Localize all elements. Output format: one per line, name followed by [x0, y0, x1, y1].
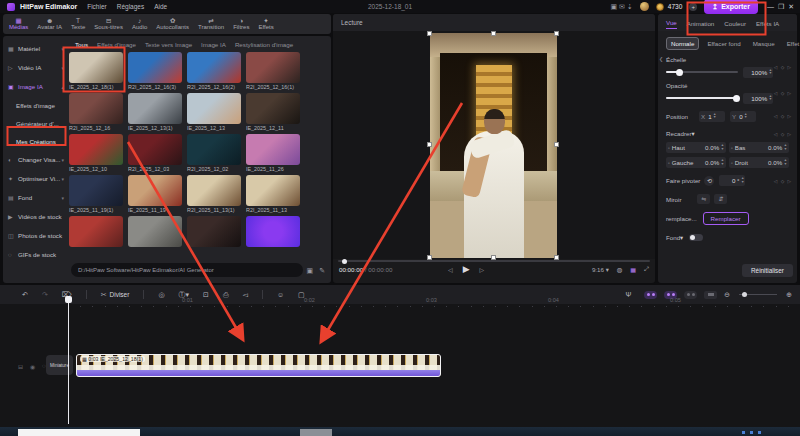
sidebar-item-vid-os-de-stock[interactable]: ▶Vidéos de stock [3, 207, 67, 226]
handle-mid-left[interactable] [427, 142, 432, 147]
media-thumb[interactable]: IE_2025_12_11 [246, 93, 300, 131]
ribbon-tab-transition[interactable]: ⇄Transition [198, 17, 224, 31]
media-path-input[interactable]: D:/HitPaw Software/HitPaw Edimakor/AI Ge… [71, 263, 303, 277]
video-frame[interactable] [430, 33, 557, 258]
grid-overlay-icon[interactable]: ▦ [630, 266, 636, 273]
media-thumb[interactable]: R2I_2025_12_02 [187, 134, 241, 172]
reset-button[interactable]: Réinitialiser [742, 264, 793, 277]
timeline-ruler[interactable]: 0:010:020:030:040:05 [68, 297, 800, 309]
checkbox-icon[interactable]: ▫ [668, 145, 670, 151]
stepper-icon[interactable]: ▲▼ [784, 144, 787, 150]
ribbon-tab-audio[interactable]: ♪Audio [132, 17, 147, 31]
sidebar-item-changer-visa-[interactable]: ◐Changer Visa...▾ [3, 150, 67, 169]
media-thumb[interactable] [69, 216, 123, 248]
add-credits-button[interactable]: + [689, 3, 697, 11]
mode-effacer-fond[interactable]: Effacer fond [703, 38, 744, 49]
seek-handle[interactable] [342, 259, 347, 264]
menu-fichier[interactable]: Fichier [87, 3, 107, 10]
stepper-icon[interactable]: ▲▼ [721, 159, 724, 165]
media-thumb[interactable] [246, 216, 300, 248]
timeline-zoom-slider[interactable] [739, 294, 777, 296]
sidebar-item-photos-de-stock[interactable]: ◫Photos de stock [3, 226, 67, 245]
checkbox-icon[interactable]: ▫ [731, 160, 733, 166]
export-button[interactable]: ↥ Exporter [704, 0, 758, 14]
sidebar-item-image-ia[interactable]: ▣Image IA▴ [3, 77, 67, 96]
media-tab-image-ia[interactable]: Image IA [201, 41, 226, 48]
crop-haut-input[interactable]: ▫Haut0.0%▲▼ [666, 142, 726, 153]
timeline-clip[interactable]: ▦ 0:03 IE_2025_12_18(1) [76, 354, 441, 377]
stepper-icon[interactable]: ▲▼ [769, 69, 772, 75]
sidebar-item-gifs-de-stock[interactable]: ◌GIFs de stock [3, 245, 67, 264]
media-thumb[interactable] [128, 216, 182, 248]
value-input[interactable]: 100%▲▼ [743, 93, 773, 104]
folder-image-icon[interactable]: ▣ [306, 267, 313, 275]
inspector-tab-effets-ia[interactable]: Effets IA [756, 18, 779, 27]
handle-top-left[interactable] [427, 31, 432, 36]
keyframe-controls-icon[interactable]: ◁ ◇ ▷ [774, 91, 792, 96]
sidebar-item-fond[interactable]: ▤Fond▾ [3, 188, 67, 207]
keyframe-controls-icon[interactable]: ◁ ◇ ▷ [774, 131, 792, 136]
crop-bas-input[interactable]: ▫Bas0.0%▲▼ [729, 142, 789, 153]
stepper-icon[interactable]: ▲▼ [741, 177, 744, 183]
redo-icon[interactable]: ↷ [42, 291, 48, 299]
previous-frame-button[interactable]: ◁ [448, 266, 453, 273]
position-x-input[interactable]: X1▲▼ [699, 111, 725, 122]
slider-track[interactable] [666, 71, 738, 73]
slider-thumb[interactable] [676, 69, 683, 76]
media-tab-restylisation-d-image[interactable]: Restylisation d'image [235, 41, 293, 48]
media-thumb[interactable]: R2I_2025_11_13(1) [187, 175, 241, 213]
media-thumb[interactable]: IE_2025_12_13 [187, 93, 241, 131]
keyframe-controls-icon[interactable]: ◁ ◇ ▷ [774, 178, 792, 183]
sidebar-item-mat-riel[interactable]: ▦Matériel▾ [3, 39, 67, 58]
track-main-icon[interactable]: ⊟ [18, 363, 23, 370]
media-thumb[interactable] [187, 216, 241, 248]
media-thumb[interactable]: IE_2025_12_13(1) [128, 93, 182, 131]
replace-button[interactable]: Remplacer [703, 212, 749, 225]
keyframe-controls-icon[interactable]: ◁ ◇ ▷ [774, 65, 792, 70]
media-thumb[interactable]: R2I_2025_11_13 [246, 175, 300, 213]
mirror-horizontal-icon[interactable]: ⇋ [697, 194, 710, 204]
edit-path-icon[interactable]: ✎ [319, 267, 325, 275]
media-tab-texte-vers-image[interactable]: Texte vers Image [145, 41, 192, 48]
media-thumb[interactable]: IE_2025_11_19(1) [69, 175, 123, 213]
mode-normale[interactable]: Normale [666, 37, 699, 50]
chevron-down-icon[interactable]: ▾ [691, 130, 694, 137]
media-thumb[interactable]: R2I_2025_12_16 [69, 93, 123, 131]
background-toggle[interactable] [689, 234, 703, 241]
ribbon-tab-m-dias[interactable]: ▦Médias [9, 17, 28, 31]
aspect-ratio-select[interactable]: 9:16 ▾ [592, 266, 609, 273]
ribbon-tab-effets[interactable]: ✦Effets [258, 17, 273, 31]
handle-mid-right[interactable] [554, 142, 559, 147]
next-frame-button[interactable]: ▷ [480, 266, 485, 273]
inspector-tab-animation[interactable]: Animation [687, 18, 715, 27]
menu-aide[interactable]: Aide [154, 3, 167, 10]
handle-top-right[interactable] [554, 31, 559, 36]
checkbox-icon[interactable]: ▫ [731, 145, 733, 151]
ribbon-tab-avatar-ia[interactable]: ☻Avatar IA [37, 17, 62, 31]
slider-thumb[interactable] [733, 95, 740, 102]
play-button[interactable]: ▶ [463, 264, 470, 274]
fullscreen-icon[interactable]: ⤢ [644, 265, 649, 273]
media-tab-tous[interactable]: Tous [75, 41, 88, 48]
media-thumb[interactable]: IE_2025_11_19 [128, 175, 182, 213]
inspector-tab-vue[interactable]: Vue [666, 17, 677, 29]
stepper-icon[interactable]: ▲▼ [721, 144, 724, 150]
download-icon[interactable]: ⇣ [627, 3, 633, 10]
inspector-tab-couleur[interactable]: Couleur [724, 18, 746, 27]
feedback-icon[interactable]: ✉ [619, 3, 627, 10]
sidebar-item-optimiseur-vi-[interactable]: ✦Optimiseur Vi...▾ [3, 169, 67, 188]
close-icon[interactable]: ✕ [788, 3, 794, 10]
user-avatar[interactable] [640, 2, 649, 11]
sidebar-item-vid-o-ia[interactable]: ▷Vidéo IA▾ [3, 58, 67, 77]
rotate-icon[interactable]: ⟲ [704, 176, 714, 186]
mode-effet[interactable]: Effet [783, 38, 800, 49]
crop-droit-input[interactable]: ▫Droit0.0%▲▼ [729, 157, 789, 168]
track-mute-icon[interactable]: ◉ [30, 363, 35, 370]
media-thumb[interactable]: R2I_2025_12_16(3) [128, 52, 182, 90]
minimize-icon[interactable]: — [767, 3, 776, 10]
playhead-handle[interactable] [65, 296, 72, 303]
crop-gauche-input[interactable]: ▫Gauche0.0%▲▼ [666, 157, 726, 168]
stepper-icon[interactable]: ▲▼ [744, 113, 747, 119]
ribbon-tab-sous-titres[interactable]: ⊟Sous-titres [94, 17, 123, 31]
media-thumb[interactable]: IE_2025_12_10 [69, 134, 123, 172]
